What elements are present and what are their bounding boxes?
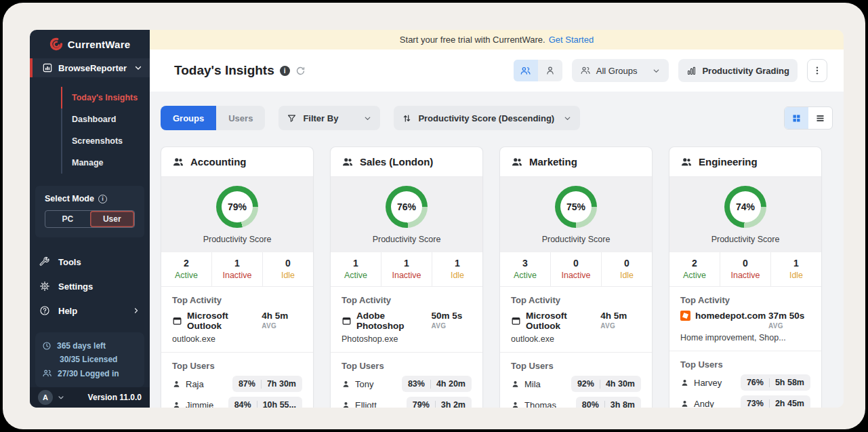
inactive-label: Inactive [720, 271, 770, 280]
user-row[interactable]: Mila 92%4h 30m [511, 376, 641, 392]
top-activity-sub: outlook.exe [511, 334, 641, 344]
user-stats-pill: 87%7h 30m [232, 376, 302, 392]
more-options-button[interactable] [807, 59, 827, 82]
app-window: CurrentWare BrowseReporter Today's Insig… [30, 30, 844, 408]
user-row[interactable]: Elliott 79%3h 2m [342, 397, 472, 408]
user-stats-pill: 83%4h 20m [402, 376, 472, 392]
idle-count: 0 [263, 258, 313, 269]
top-activity-sub: Home improvement, Shop... [680, 333, 810, 342]
brand-name: CurrentWare [68, 39, 131, 50]
avg-label: AVG [432, 322, 472, 330]
user-name: Elliott [355, 400, 377, 408]
get-started-link[interactable]: Get Started [549, 35, 594, 45]
card-header[interactable]: Engineering [669, 147, 821, 177]
sidebar-item-help[interactable]: Help [30, 298, 150, 323]
settings-label: Settings [58, 281, 93, 292]
info-icon[interactable]: i [280, 66, 290, 76]
sort-dropdown[interactable]: Productivity Score (Descending) [394, 106, 580, 130]
sidebar-item-dashboard[interactable]: Dashboard [61, 109, 150, 130]
productivity-donut: 76% [386, 186, 428, 228]
card-header[interactable]: Marketing [500, 147, 652, 177]
card-header[interactable]: Accounting [161, 147, 313, 177]
mode-user-button[interactable]: User [90, 211, 135, 227]
sidebar-item-tools[interactable]: Tools [30, 250, 150, 274]
user-row[interactable]: Thomas 80%3h 8m [511, 397, 641, 408]
score-label: Productivity Score [500, 235, 652, 244]
refresh-icon[interactable] [295, 66, 306, 76]
sidebar-menu: Tools Settings Help [30, 250, 150, 323]
wrench-icon [39, 256, 50, 267]
avatar[interactable]: A [38, 390, 53, 405]
group-card-sales-london: Sales (London) 76% Productivity Score 1A… [330, 146, 483, 408]
active-label: Active [669, 271, 720, 280]
select-mode-label: Select Mode [45, 194, 94, 203]
chevron-down-icon[interactable] [57, 393, 65, 401]
filter-by-dropdown[interactable]: Filter By [278, 106, 380, 130]
user-time: 4h 30m [606, 379, 635, 389]
select-mode-info-icon[interactable]: i [98, 195, 107, 203]
tab-groups[interactable]: Groups [161, 106, 216, 130]
user-row[interactable]: Andy 73%2h 45m [680, 395, 810, 408]
status-stats: 1Active 1Inactive 1Idle [331, 252, 482, 287]
active-count: 2 [161, 258, 211, 269]
main-area: Start your free trial with CurrentWare. … [150, 30, 844, 408]
user-stats-pill: 92%4h 30m [571, 376, 641, 392]
user-time: 4h 20m [436, 379, 466, 389]
score-section: 79% Productivity Score [161, 177, 313, 252]
idle-count: 1 [432, 258, 482, 269]
status-stats: 3Active 0Inactive 0Idle [500, 252, 652, 287]
user-row[interactable]: Tony 83%4h 20m [342, 376, 472, 392]
score-value: 79% [222, 191, 253, 222]
top-activity-sub: outlook.exe [172, 334, 302, 344]
top-activity-name[interactable]: homedepot.com [695, 311, 766, 321]
sidebar-item-todays-insights[interactable]: Today's Insights [61, 87, 150, 109]
clock-icon [42, 341, 51, 351]
user-name: Tony [355, 379, 373, 389]
users-icon [42, 368, 52, 378]
top-activity-name[interactable]: Microsoft Outlook [187, 311, 262, 331]
group-title: Accounting [190, 156, 247, 168]
top-activity-sub: Photoshop.exe [342, 334, 472, 344]
top-activity-name[interactable]: Adobe Photoshop [356, 311, 432, 331]
sidebar-item-manage[interactable]: Manage [61, 152, 150, 174]
page-title: Today's Insights [174, 63, 274, 78]
user-row[interactable]: Raja 87%7h 30m [172, 376, 302, 392]
chevron-down-icon [133, 63, 143, 73]
top-users-heading: Top Users [172, 361, 302, 371]
top-activity-name[interactable]: Microsoft Outlook [526, 311, 600, 331]
tab-users[interactable]: Users [216, 106, 265, 130]
inactive-count: 0 [720, 258, 770, 269]
sidebar-item-settings[interactable]: Settings [30, 274, 150, 298]
status-stats: 2Active 1Inactive 0Idle [161, 252, 313, 287]
person-icon [680, 399, 689, 408]
user-row[interactable]: Harvey 76%5h 58m [680, 374, 810, 391]
module-label: BrowseReporter [58, 63, 128, 73]
sidebar: CurrentWare BrowseReporter Today's Insig… [30, 30, 150, 408]
grid-view-button[interactable] [785, 107, 808, 129]
mode-toggle: PC User [45, 210, 135, 228]
user-row[interactable]: Jimmie 84%10h 55... [172, 397, 302, 408]
top-activity-section: Top Activity Microsoft Outlook 4h 5m AVG [161, 287, 313, 351]
list-view-button[interactable] [808, 107, 832, 129]
users-view-toggle[interactable] [538, 60, 562, 81]
content-area: Groups Users Filter By Productivity Scor… [150, 92, 844, 408]
sort-arrows-icon [402, 113, 412, 123]
group-filter-dropdown[interactable]: All Groups [572, 59, 669, 82]
group-card-marketing: Marketing 75% Productivity Score 3Active… [499, 146, 653, 408]
sidebar-item-screenshots[interactable]: Screenshots [61, 130, 150, 152]
top-users-heading: Top Users [680, 359, 810, 370]
user-time: 3h 8m [611, 400, 635, 408]
inactive-count: 1 [381, 258, 432, 269]
top-users-section: Top Users Tony 83%4h 20m Elliott 79%3h 2… [331, 353, 482, 408]
group-icon [342, 156, 354, 168]
mode-pc-button[interactable]: PC [45, 211, 90, 227]
card-header[interactable]: Sales (London) [331, 147, 482, 177]
active-label: Active [500, 271, 550, 280]
view-mode-toggle [514, 60, 562, 81]
group-card-accounting: Accounting 79% Productivity Score 2Activ… [161, 146, 314, 408]
productivity-grading-button[interactable]: Productivity Grading [678, 59, 798, 82]
layout-toggle [784, 106, 833, 130]
groups-view-toggle[interactable] [514, 60, 538, 81]
sidebar-item-browsereporter[interactable]: BrowseReporter [30, 58, 150, 77]
app-window-icon [342, 316, 352, 326]
